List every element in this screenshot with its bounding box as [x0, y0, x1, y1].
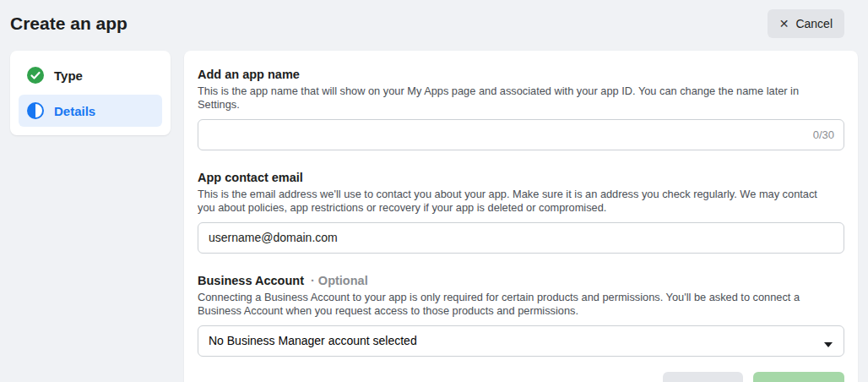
create-app-page: Create an app ✕ Cancel Type	[0, 0, 868, 382]
business-account-group: Business Account · Optional Connecting a…	[198, 274, 844, 357]
step-label-details: Details	[54, 104, 95, 118]
page-header: Create an app ✕ Cancel	[0, 0, 868, 47]
previous-button[interactable]: Previous	[663, 372, 743, 382]
step-item-type[interactable]: Type	[19, 59, 162, 91]
footer-buttons: Previous Create app	[663, 372, 845, 382]
business-account-selected-value: No Business Manager account selected	[209, 334, 417, 347]
close-icon: ✕	[779, 17, 789, 30]
app-name-help: This is the app name that will show on y…	[198, 85, 832, 112]
chevron-down-icon	[823, 337, 833, 344]
contact-email-input-wrap	[198, 222, 844, 254]
business-account-select[interactable]: No Business Manager account selected	[198, 325, 844, 357]
contact-email-label: App contact email	[198, 171, 844, 184]
half-circle-progress-icon	[27, 102, 44, 119]
create-app-button[interactable]: Create app	[753, 372, 844, 382]
app-name-group: Add an app name This is the app name tha…	[198, 68, 844, 150]
step-item-details[interactable]: Details	[19, 95, 162, 127]
app-name-input-wrap: 0/30	[198, 119, 844, 150]
step-label-type: Type	[54, 68, 83, 83]
content-row: Type Details Add an app name This is the…	[0, 47, 868, 382]
details-form-card: Add an app name This is the app name tha…	[184, 51, 858, 382]
cancel-button-label: Cancel	[795, 17, 833, 30]
page-title: Create an app	[10, 14, 127, 34]
optional-tag: · Optional	[311, 274, 368, 287]
app-name-label: Add an app name	[198, 68, 844, 81]
stepper-sidebar: Type Details	[10, 51, 171, 135]
contact-email-help: This is the email address we'll use to c…	[198, 188, 832, 215]
form-footer: By proceeding, you agree to the Meta Pla…	[198, 372, 844, 382]
cancel-button[interactable]: ✕ Cancel	[768, 9, 844, 38]
contact-email-group: App contact email This is the email addr…	[198, 171, 844, 254]
contact-email-input[interactable]	[198, 222, 844, 254]
business-account-help: Connecting a Business Account to your ap…	[198, 291, 832, 318]
check-circle-icon	[27, 67, 44, 84]
business-account-label-text: Business Account	[198, 274, 304, 287]
app-name-input[interactable]	[198, 119, 844, 150]
business-account-label: Business Account · Optional	[198, 274, 844, 287]
